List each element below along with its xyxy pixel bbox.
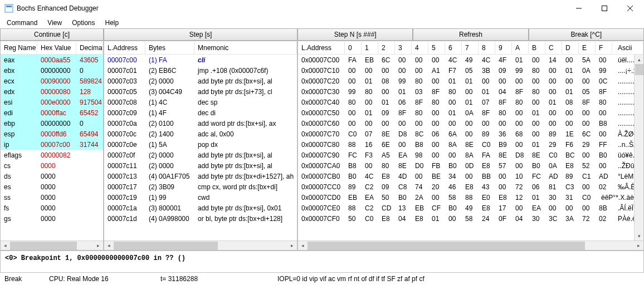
register-row[interactable]: eflags00000082	[1, 150, 103, 160]
dump-row[interactable]: 0x00007CE088C2CD13EBCFB049E81700EA000000…	[298, 203, 634, 213]
dump-row[interactable]: 0x00007C500001098F8000010A8F800001000000…	[298, 107, 634, 118]
dump-header-col[interactable]: C	[545, 42, 562, 54]
dump-header-col[interactable]: 0	[345, 42, 362, 54]
register-row[interactable]: fs0000	[1, 203, 103, 213]
register-row[interactable]: edi0000ffac65452	[1, 107, 103, 118]
dump-row[interactable]: 0x00007C20000108998000010100000000000000…	[298, 76, 634, 86]
dump-row[interactable]: 0x00007C100000000000A1F7053B09998000010A…	[298, 65, 634, 76]
disasm-header-bytes[interactable]: Bytes	[145, 42, 194, 54]
scroll-up-icon[interactable]: ▴	[635, 55, 643, 64]
dump-row[interactable]: 0x00007C90FCF3A5EA9800008AFA8ED88EC0BC00…	[298, 150, 634, 160]
disasm-row[interactable]: 00007c17(2) 3B09cmp cx, word ptr ds:[bx+…	[104, 181, 297, 192]
register-row[interactable]: gs0000	[1, 213, 103, 224]
dump-byte: 00	[362, 66, 378, 75]
disasm-row[interactable]: 00007c0a(2) 0100add word ptr ds:[bx+si],…	[104, 118, 297, 129]
register-row[interactable]: ss0000	[1, 192, 103, 203]
register-row[interactable]: ip00007c0031744	[1, 139, 103, 150]
disasm-mnemonic: add byte ptr ds:[bx+si], al	[194, 151, 297, 160]
scroll-left-icon[interactable]: ◂	[104, 241, 114, 250]
register-row[interactable]: esp0000ffd665494	[1, 129, 103, 139]
menu-options[interactable]: Options	[67, 18, 99, 28]
register-row[interactable]: ds0000	[1, 171, 103, 181]
disasm-row[interactable]: 00007c13(4) 00A1F705add byte ptr ds:[bx+…	[104, 171, 297, 181]
step-n-button[interactable]: Step N [s ###]	[297, 28, 413, 41]
register-row[interactable]: eax0000aa5543605	[1, 55, 103, 65]
dump-header-col[interactable]: F	[596, 42, 612, 54]
dump-header-col[interactable]: 4	[412, 42, 428, 54]
minimize-button[interactable]	[566, 0, 592, 17]
dump-scrollbar-v[interactable]: ▴ ▾	[634, 55, 643, 240]
scroll-right-icon[interactable]: ▸	[634, 241, 643, 250]
refresh-button[interactable]: Refresh	[413, 28, 528, 41]
dump-header-col[interactable]: 7	[462, 42, 479, 54]
register-row[interactable]: esi000e0000917504	[1, 97, 103, 107]
dump-row[interactable]: 0x00007CB0B04CE84D00BE3400BB0010FCAD89C1…	[298, 171, 634, 181]
regs-scrollbar-h[interactable]: ◂ ▸	[1, 240, 103, 250]
regs-header-hex[interactable]: Hex Value	[37, 42, 76, 54]
menu-view[interactable]: View	[43, 18, 66, 28]
dump-addr: 0x00007C90	[298, 151, 345, 160]
disasm-header-addr[interactable]: L.Address	[104, 42, 145, 54]
dump-header-col[interactable]: 6	[445, 42, 462, 54]
dump-row[interactable]: 0x00007CF050C0E804E8010058240F04303C3A72…	[298, 213, 634, 224]
dump-header-col[interactable]: 5	[428, 42, 445, 54]
dump-header-col[interactable]: A	[512, 42, 529, 54]
dump-header-col[interactable]: B	[529, 42, 545, 54]
maximize-button[interactable]	[592, 0, 617, 17]
dump-header-col[interactable]: D	[562, 42, 579, 54]
dump-row[interactable]: 0x00007C3099800001038F800001048F80000105…	[298, 86, 634, 97]
disasm-row[interactable]: 00007c1d(4) 0A998000or bl, byte ptr ds:[…	[104, 213, 297, 224]
dump-row[interactable]: 0x00007C40800001068F800001078F800001088F…	[298, 97, 634, 107]
disasm-row[interactable]: 00007c0e(1) 5Apop dx	[104, 139, 297, 150]
disasm-row[interactable]: 00007c03(2) 0000add byte ptr ds:[bx+si],…	[104, 76, 297, 86]
register-row[interactable]: ecx00090000589824	[1, 76, 103, 86]
regs-header-name[interactable]: Reg Name	[1, 42, 37, 54]
dump-row[interactable]: 0x00007C60000000000000000000000000000000…	[298, 118, 634, 129]
scroll-left-icon[interactable]: ◂	[1, 241, 10, 250]
disasm-row[interactable]: 00007c0c(2) 1400adc al, 0x00	[104, 129, 297, 139]
scroll-left-icon[interactable]: ◂	[298, 241, 308, 250]
disasm-row[interactable]: 00007c08(1) 4Cdec sp	[104, 97, 297, 107]
disasm-header-mnem[interactable]: Mnemonic	[194, 42, 297, 54]
disasm-row[interactable]: 00007c01(2) EB6Cjmp .+108 (0x00007c6f)	[104, 65, 297, 76]
dump-row[interactable]: 0x00007C8088166E00B8008A8EC0B9000129F629…	[298, 139, 634, 150]
dump-header-col[interactable]: 8	[479, 42, 495, 54]
dump-row[interactable]: 0x00007C00FAEB6C0000004C494C4F010014005A…	[298, 55, 634, 65]
break-button[interactable]: Break [^C]	[529, 28, 644, 41]
dump-header-col[interactable]: 2	[378, 42, 395, 54]
dump-header-col[interactable]: L.Address	[298, 42, 345, 54]
disasm-row[interactable]: 00007c19(1) 99cwd	[104, 192, 297, 203]
scroll-down-icon[interactable]: ▾	[635, 231, 643, 240]
dump-row[interactable]: 0x00007CC089C209C8742046E84300720681C300…	[298, 181, 634, 192]
register-row[interactable]: ebp000000000	[1, 118, 103, 129]
dump-scrollbar-h[interactable]: ◂ ▸	[298, 240, 643, 250]
dump-header-col[interactable]: E	[579, 42, 596, 54]
dump-row[interactable]: 0x00007C70C0078ED88C066A0089366800891E6C…	[298, 129, 634, 139]
disasm-row[interactable]: 00007c1a(3) 800001add byte ptr ds:[bx+si…	[104, 203, 297, 213]
register-row[interactable]: es0000	[1, 181, 103, 192]
disasm-row[interactable]: 00007c11(2) 0000add byte ptr ds:[bx+si],…	[104, 160, 297, 171]
dump-header-col[interactable]: Ascii	[612, 42, 643, 54]
register-row[interactable]: cs0000	[1, 160, 103, 171]
dump-header-col[interactable]: 1	[362, 42, 378, 54]
dump-header-col[interactable]: 9	[495, 42, 512, 54]
disasm-row[interactable]: 00007c05(3) 004C49add byte ptr ds:[si+73…	[104, 86, 297, 97]
menu-help[interactable]: Help	[101, 18, 124, 28]
disasm-row[interactable]: 00007c0f(2) 0000add byte ptr ds:[bx+si],…	[104, 150, 297, 160]
menu-command[interactable]: Command	[2, 18, 42, 28]
dump-row[interactable]: 0x00007CA0B800808ED0FBB00DE85700B00AE852…	[298, 160, 634, 171]
dump-header-col[interactable]: 3	[395, 42, 412, 54]
dump-row[interactable]: 0x00007CD0EBEA50B02A005888E0E812013031C0…	[298, 192, 634, 203]
close-button[interactable]	[617, 0, 643, 17]
register-row[interactable]: ebx000000000	[1, 65, 103, 76]
scroll-right-icon[interactable]: ▸	[287, 241, 297, 250]
step-button[interactable]: Step [s]	[104, 28, 297, 41]
scroll-right-icon[interactable]: ▸	[94, 241, 103, 250]
disasm-row[interactable]: 00007c00(1) FAcli	[104, 55, 297, 65]
continue-button[interactable]: Continue [c]	[0, 28, 104, 41]
disasm-scrollbar-h[interactable]: ◂ ▸	[104, 240, 297, 250]
disasm-row[interactable]: 00007c09(1) 4Fdec di	[104, 107, 297, 118]
regs-header-dec[interactable]: Decimal	[76, 42, 103, 54]
register-row[interactable]: edx00000080128	[1, 86, 103, 97]
output-console[interactable]: <0> Breakpoint 1, 0x0000000000007c00 in …	[0, 250, 644, 273]
